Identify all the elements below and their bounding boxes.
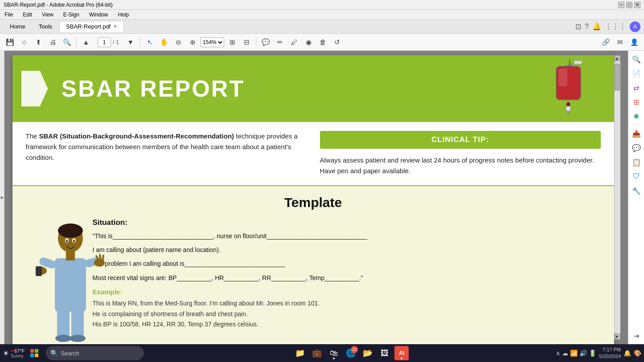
toolbar-nav: / 1 [98,37,119,47]
taskbar-app-edge[interactable]: 🌐 22 [344,346,358,360]
right-panel-layout-btn[interactable]: ⊞ [630,95,643,109]
svg-point-23 [70,335,86,342]
undo-button[interactable]: ↺ [331,36,343,49]
share-button[interactable]: 👤 [628,36,640,49]
notifications-icon[interactable]: 🔔 [592,22,601,31]
scroll-up-arrow[interactable]: ▲ [614,55,620,61]
scroll-thumb[interactable] [615,64,620,90]
menu-help[interactable]: Help [116,11,131,19]
weather-icon: ☀ [3,349,9,358]
search-label: Search [61,350,79,357]
fit-page-button[interactable]: ⊞ [226,36,238,49]
account-avatar[interactable]: A [630,21,640,32]
taskbar-search-box[interactable]: 🔍 Search [46,346,144,360]
zoom-select[interactable]: 154% 100% 75% 50% [201,37,224,47]
scroll-track[interactable] [615,61,620,334]
zoom-in-button[interactable]: ⊕ [186,36,199,49]
weather-details: ● 67°F Sunny [11,348,25,358]
template-title: Template [30,195,596,210]
menu-file[interactable]: File [3,11,15,19]
search-button[interactable]: 🔍 [61,36,73,49]
highlight-button[interactable]: 🖊 [288,36,300,49]
collapse-arrow-icon: ▶ [1,195,4,199]
comment-button[interactable]: 💬 [259,36,272,49]
pdf-viewer[interactable]: SBAR REPORT [4,51,628,344]
left-panel-collapse[interactable]: ▶ [0,51,4,344]
template-line-2: I am calling about (patient name and loc… [93,244,596,256]
upload-button[interactable]: ⬆ [32,36,45,49]
weather-widget: ☀ ● 67°F Sunny [3,348,25,358]
svg-rect-15 [36,266,42,276]
minimize-button[interactable]: ─ [618,2,624,8]
taskbar-app-teams[interactable]: 💼 [310,346,324,360]
scan-icon[interactable]: ⊡ [575,22,581,31]
wifi-icon[interactable]: 📶 [570,350,578,357]
svg-point-7 [566,102,570,106]
cursor-tool[interactable]: ↖ [144,36,156,49]
template-content: S Situation: “This is___________________… [30,218,596,344]
notification-bell-icon[interactable]: 🔔 [623,350,631,357]
marquee-tool[interactable]: ⊟ [240,36,253,49]
taskbar-app-acrobat[interactable]: Ai [394,346,409,360]
page-input[interactable] [98,37,111,47]
taskbar-app-explorer[interactable]: 📂 [361,346,375,360]
windows-logo-icon [30,349,38,357]
tab-active-document[interactable]: SBAR-Report.pdf ✕ [59,21,124,32]
delete-button[interactable]: 🗑 [316,36,329,49]
window-title: SBAR-Report.pdf - Adobe Acrobat Pro (64-… [4,2,113,8]
color-swatch-icon[interactable]: 🎨 [634,350,641,357]
right-panel-security-btn[interactable]: 🛡 [630,170,643,183]
scroll-down-arrow[interactable]: ▼ [614,334,620,340]
vertical-scrollbar[interactable]: ▲ ▼ [614,55,620,340]
link-button[interactable]: 🔗 [599,36,612,49]
toolbar-right: 🔗 ✉ 👤 [599,36,640,49]
cloud-icon[interactable]: ☁ [562,350,568,357]
menu-window[interactable]: Window [87,11,110,19]
volume-icon[interactable]: 🔊 [579,350,587,357]
search-icon: 🔍 [50,350,58,357]
right-panel-collapse-btn[interactable]: ⇥ [630,329,643,342]
pen-button[interactable]: ✏ [274,36,286,49]
close-button[interactable]: ✕ [634,2,640,8]
help-icon[interactable]: ? [585,23,589,31]
right-panel-translate-btn[interactable]: ⇄ [630,81,643,94]
chevron-up-icon[interactable]: ∧ [556,350,560,357]
battery-icon[interactable]: 🔋 [589,350,596,357]
menu-edit[interactable]: Edit [21,11,34,19]
right-panel-wrench-btn[interactable]: 🔧 [630,184,643,197]
iv-illustration-svg [547,60,592,118]
email-button[interactable]: ✉ [614,36,626,49]
right-panel-export-btn[interactable]: 📤 [630,127,643,140]
zoom-out-button[interactable]: ⊖ [172,36,185,49]
print-button[interactable]: 🖨 [46,36,59,49]
example-label: Example: [93,288,596,296]
right-panel-separator [631,125,642,125]
iv-bag-illustration [547,60,592,118]
intro-text: The SBAR (Situation-Background-Assessmen… [26,131,307,176]
taskbar-app-photos[interactable]: 🖼 [377,346,392,360]
intro-prefix: The [26,132,39,140]
right-panel-comment-btn[interactable]: 💬 [630,141,643,155]
tab-close-button[interactable]: ✕ [113,24,117,29]
taskbar-app-store[interactable]: 🛍 [327,346,341,360]
system-tray: ∧ ☁ 📶 🔊 🔋 [556,350,596,357]
taskbar-clock[interactable]: 7:17 PM 5/20/2024 [599,346,621,360]
menu-view[interactable]: View [40,11,55,19]
pan-tool[interactable]: ✋ [158,36,170,49]
right-panel-tools-btn[interactable]: ✺ [630,110,643,123]
menu-esign[interactable]: E-Sign [62,11,81,19]
right-panel-layers-btn[interactable]: 📋 [630,155,643,169]
stamp-button[interactable]: ◉ [302,36,315,49]
right-panel-scan-btn[interactable]: 📄 [630,67,643,80]
grid-icon[interactable]: ⋮⋮⋮ [605,22,626,31]
next-page-button[interactable]: ▼ [124,36,137,49]
start-button[interactable] [26,345,42,361]
prev-page-button[interactable]: ▲ [80,36,92,49]
bookmark-button[interactable]: ☆ [18,36,30,49]
tab-tools[interactable]: Tools [33,21,58,32]
right-panel-search-btn[interactable]: 🔍 [630,53,643,66]
tab-home[interactable]: Home [4,21,32,32]
save-button[interactable]: 💾 [4,36,16,49]
taskbar-app-files[interactable]: 📁 [293,346,307,360]
restore-button[interactable]: □ [626,2,632,8]
